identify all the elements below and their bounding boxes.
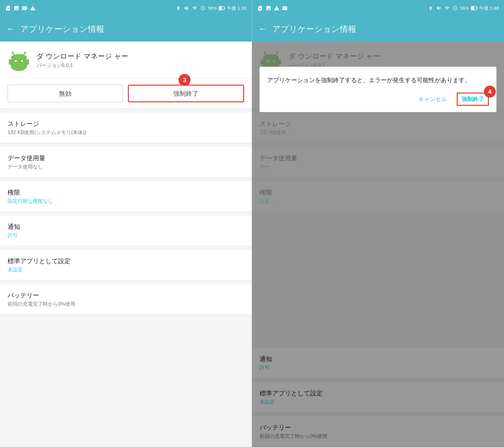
default-apps-title-left: 標準アプリとして設定 — [8, 257, 244, 265]
clock-icon — [200, 5, 206, 11]
step-badge-4: 4 — [484, 86, 496, 98]
status-icons-right-left — [257, 5, 288, 11]
battery-title-left: バッテリー — [8, 291, 244, 300]
battery-icon-r — [471, 5, 477, 11]
dialog-overlay: アプリケーションを強制終了すると、エラーが発生する可能性があります。 キャンセル… — [252, 42, 504, 447]
wifi-icon-r — [444, 5, 450, 11]
left-phone-panel: 56% 午後 1:38 ← アプリケーション情報 — [0, 0, 252, 447]
svg-rect-15 — [471, 7, 474, 10]
default-apps-section-left: 標準アプリとして設定 未設定 — [0, 250, 252, 280]
status-bar-right: 56% 午後 1:48 — [252, 0, 504, 16]
button-row-left: 無効 強制終了 — [0, 78, 252, 109]
dialog-confirm-button[interactable]: 強制終了 — [457, 93, 489, 106]
status-icons-right-right: 56% 午後 1:48 — [427, 5, 499, 11]
app-bar-right: ← アプリケーション情報 — [252, 16, 504, 42]
dialog-message: アプリケーションを強制終了すると、エラーが発生する可能性があります。 — [267, 76, 489, 85]
disable-button-left[interactable]: 無効 — [8, 85, 123, 102]
dialog-cancel-button[interactable]: キャンセル — [416, 94, 449, 104]
svg-rect-12 — [27, 59, 29, 65]
app-bar-left: ← アプリケーション情報 — [0, 16, 252, 42]
svg-rect-11 — [9, 59, 11, 65]
content-right: ダ ウンロード マネージ ャー バージョン6.0.1 無効 強制終了 ストレージ… — [252, 42, 504, 447]
mute-icon — [183, 5, 190, 11]
storage-value-left: 132 KB使用(システムメモリ(本体)) — [8, 129, 244, 136]
android-app-icon-left — [8, 49, 30, 72]
bluetooth-icon — [175, 5, 181, 11]
data-usage-section-left: データ使用量 データ使用なし — [0, 147, 252, 178]
clock-icon-r — [452, 5, 458, 11]
warning-icon — [30, 5, 36, 11]
back-button-left[interactable]: ← — [6, 24, 15, 34]
app-name-left: ダ ウンロード マネージ ャー — [37, 52, 128, 61]
permissions-value-left: 設定可能な権限なし — [8, 198, 244, 205]
app-details-left: ダ ウンロード マネージ ャー バージョン6.0.1 — [37, 52, 128, 69]
svg-rect-14 — [476, 8, 477, 9]
battery-percent-right: 56% — [460, 6, 469, 11]
svg-point-10 — [24, 52, 26, 54]
dialog-buttons: キャンセル 強制終了 4 — [267, 93, 489, 106]
button-row-container-left: 無効 強制終了 3 — [0, 78, 252, 109]
mute-icon-r — [436, 5, 442, 11]
notifications-title-left: 通知 — [8, 223, 244, 231]
data-usage-value-left: データ使用なし — [8, 164, 244, 170]
sim-icon-r — [257, 5, 263, 11]
wifi-icon — [192, 5, 198, 11]
svg-point-5 — [15, 60, 17, 62]
status-time-left: 午後 1:38 — [227, 5, 247, 11]
force-stop-button-left[interactable]: 強制終了 — [128, 85, 244, 102]
force-stop-dialog: アプリケーションを強制終了すると、エラーが発生する可能性があります。 キャンセル… — [260, 67, 496, 112]
storage-title-left: ストレージ — [8, 120, 244, 128]
status-icons-left — [5, 5, 36, 11]
battery-section-left: バッテリー 前回の充電完了時から0%使用 — [0, 284, 252, 315]
app-version-left: バージョン6.0.1 — [37, 62, 128, 69]
app-bar-title-right: アプリケーション情報 — [272, 24, 356, 35]
svg-rect-4 — [11, 59, 27, 67]
svg-rect-1 — [224, 8, 225, 9]
battery-percent-left: 56% — [208, 6, 217, 11]
svg-point-6 — [21, 60, 23, 62]
notifications-value-left: 許可 — [8, 232, 244, 239]
photos-icon-r — [265, 5, 272, 11]
permissions-title-left: 権限 — [8, 188, 244, 197]
battery-value-left: 前回の充電完了時から0%使用 — [8, 301, 244, 308]
warning-icon-r — [273, 5, 280, 11]
back-button-right[interactable]: ← — [258, 24, 267, 34]
step-badge-3: 3 — [179, 74, 191, 86]
permissions-section-left: 権限 設定可能な権限なし — [0, 181, 252, 212]
mail-icon-r — [282, 5, 288, 11]
mail-icon — [21, 5, 28, 11]
photos-icon — [13, 5, 20, 11]
notifications-section-left: 通知 許可 — [0, 216, 252, 246]
status-icons-right: 56% 午後 1:38 — [175, 5, 247, 11]
data-usage-title-left: データ使用量 — [8, 154, 244, 162]
default-apps-value-left: 未設定 — [8, 267, 244, 273]
status-time-right: 午後 1:48 — [479, 5, 499, 11]
content-left: ダ ウンロード マネージ ャー バージョン6.0.1 無効 強制終了 3 ストレ… — [0, 42, 252, 447]
app-info-header-left: ダ ウンロード マネージ ャー バージョン6.0.1 — [0, 42, 252, 78]
battery-icon — [219, 5, 225, 11]
storage-section-left: ストレージ 132 KB使用(システムメモリ(本体)) — [0, 113, 252, 143]
svg-point-9 — [12, 52, 14, 54]
sim-icon — [5, 5, 11, 11]
app-bar-title-left: アプリケーション情報 — [20, 24, 104, 35]
dialog-confirm-wrapper: 強制終了 4 — [457, 93, 489, 106]
status-bar-left: 56% 午後 1:38 — [0, 0, 252, 16]
svg-rect-2 — [219, 7, 222, 10]
bluetooth-icon-r — [427, 5, 434, 11]
right-phone-panel: 56% 午後 1:48 ← アプリケーション情報 — [252, 0, 504, 447]
